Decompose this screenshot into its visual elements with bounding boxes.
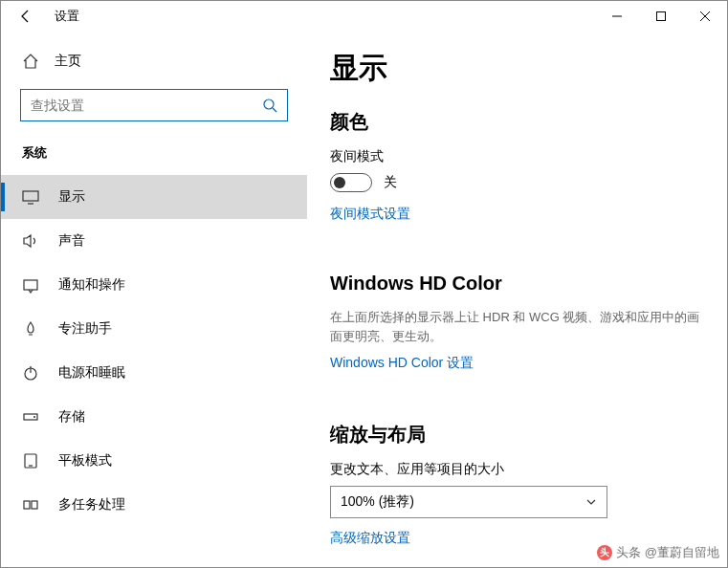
nav-label: 专注助手 [58,320,112,338]
tablet-icon [22,452,39,470]
close-button[interactable] [683,1,727,32]
nav-item-multitask[interactable]: 多任务处理 [1,483,307,527]
scale-label: 更改文本、应用等项目的大小 [330,461,704,478]
sidebar: 主页 系统 显示 声音 通知和操作 专注助手 [1,32,307,567]
main-panel: 显示 颜色 夜间模式 关 夜间模式设置 Windows HD Color 在上面… [307,32,727,567]
home-link[interactable]: 主页 [1,45,307,77]
night-mode-settings-link[interactable]: 夜间模式设置 [330,206,410,223]
scale-dropdown-value: 100% (推荐) [341,493,414,511]
hd-color-settings-link[interactable]: Windows HD Color 设置 [330,355,474,372]
nav-label: 通知和操作 [58,276,125,294]
nav-item-storage[interactable]: 存储 [1,395,307,439]
back-button[interactable] [7,1,45,32]
nav-item-focus[interactable]: 专注助手 [1,307,307,351]
home-icon [22,53,39,70]
nav-label: 声音 [58,232,85,250]
hd-color-heading: Windows HD Color [330,273,704,295]
watermark: 头 头条 @董蔚自留地 [597,544,719,561]
nav-item-sound[interactable]: 声音 [1,219,307,263]
night-mode-toggle[interactable] [330,173,372,192]
nav-item-display[interactable]: 显示 [1,175,307,219]
power-icon [22,364,39,382]
hd-color-description: 在上面所选择的显示器上让 HDR 和 WCG 视频、游戏和应用中的画面更明亮、更… [330,308,704,345]
home-label: 主页 [55,53,81,70]
svg-line-3 [273,108,276,112]
maximize-button[interactable] [639,1,683,32]
svg-rect-6 [24,280,37,290]
chevron-down-icon [585,496,597,508]
storage-icon [22,408,39,426]
category-label: 系统 [1,139,307,175]
sound-icon [22,232,39,250]
multitask-icon [22,496,39,513]
svg-rect-4 [23,191,38,201]
nav-label: 平板模式 [58,452,112,470]
search-icon [262,98,277,113]
night-mode-label: 夜间模式 [330,148,704,165]
nav-label: 显示 [58,188,85,206]
svg-rect-1 [657,12,666,21]
svg-rect-13 [24,501,30,509]
color-heading: 颜色 [330,109,704,135]
nav-label: 存储 [58,408,85,426]
scale-heading: 缩放与布局 [330,422,704,448]
window-controls [595,1,727,32]
nav-item-tablet[interactable]: 平板模式 [1,439,307,483]
nav-item-notifications[interactable]: 通知和操作 [1,263,307,307]
nav-label: 多任务处理 [58,496,125,513]
search-box[interactable] [20,89,288,121]
svg-point-2 [264,99,274,109]
nav-list: 显示 声音 通知和操作 专注助手 电源和睡眠 存储 [1,175,307,567]
svg-point-10 [33,416,35,418]
search-input[interactable] [31,98,262,113]
window-title: 设置 [55,8,79,25]
watermark-logo-icon: 头 [597,545,612,560]
notification-icon [22,276,39,294]
advanced-scale-link[interactable]: 高级缩放设置 [330,530,410,547]
night-mode-state: 关 [384,174,397,191]
page-title: 显示 [330,49,704,88]
focus-icon [22,320,39,338]
watermark-text: 头条 @董蔚自留地 [616,544,719,561]
svg-rect-14 [32,501,37,509]
titlebar: 设置 [1,1,727,32]
minimize-button[interactable] [595,1,639,32]
monitor-icon [22,188,39,206]
nav-label: 电源和睡眠 [58,364,125,382]
nav-item-power[interactable]: 电源和睡眠 [1,351,307,395]
scale-dropdown[interactable]: 100% (推荐) [330,486,607,518]
